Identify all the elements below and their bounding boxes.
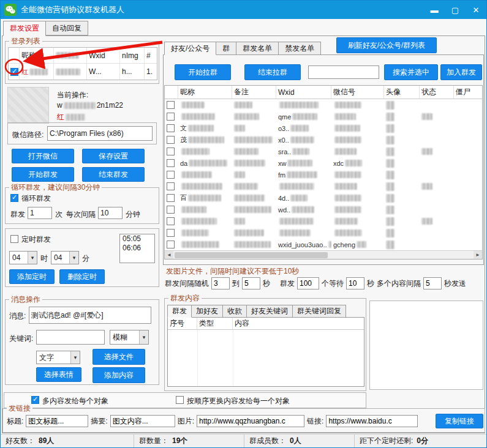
tab-content-add-friend[interactable]: 加好友 xyxy=(192,305,223,318)
add-timer-button[interactable]: 添加定时 xyxy=(9,269,55,284)
choose-emoji-button[interactable]: 选择表情 xyxy=(36,367,81,382)
scroll-right-icon[interactable]: ► xyxy=(474,251,482,259)
friend-row-checkbox[interactable] xyxy=(167,159,175,167)
timer-time-item[interactable]: 06:06 xyxy=(120,244,154,253)
friend-row[interactable]: 茂x0.. xyxy=(165,134,482,146)
avatar xyxy=(386,241,395,249)
tab-groups[interactable]: 群 xyxy=(216,42,236,55)
end-pull-group-button[interactable]: 结束拉群 xyxy=(244,64,301,80)
timer-send-checkbox-label: 定时群发 xyxy=(21,234,51,245)
friend-row-checkbox[interactable] xyxy=(167,217,175,225)
search-input[interactable] xyxy=(308,65,379,79)
loop-send-checkbox[interactable] xyxy=(10,194,18,202)
link-title-input[interactable] xyxy=(26,415,88,427)
timer-time-item[interactable]: 05:05 xyxy=(120,234,154,244)
chevron-down-icon: ▾ xyxy=(139,330,148,344)
match-mode-select[interactable]: 模糊▾ xyxy=(110,330,149,345)
tab-content-send[interactable]: 群发 xyxy=(167,305,192,318)
friend-row[interactable] xyxy=(165,99,482,111)
friend-row[interactable] xyxy=(165,181,482,192)
timer-times-list[interactable]: 05:05 06:06 xyxy=(119,234,155,263)
content-gap-input[interactable] xyxy=(423,277,442,289)
friend-row[interactable]: daxwxdc xyxy=(165,157,482,169)
tab-content-payment[interactable]: 收款 xyxy=(223,305,247,318)
friend-row[interactable]: 文o3.. xyxy=(165,122,482,134)
interval-min-input[interactable] xyxy=(211,277,230,289)
wechat-path-input[interactable] xyxy=(47,126,153,141)
blurred-text xyxy=(234,148,259,155)
blurred-text xyxy=(279,183,314,190)
delete-timer-button[interactable]: 删除定时 xyxy=(59,269,105,284)
login-table-row[interactable]: 红 W... h... 1. xyxy=(9,64,157,80)
blurred-text xyxy=(334,171,361,178)
tab-mass-send-settings[interactable]: 群发设置 xyxy=(3,21,46,36)
friend-row-checkbox[interactable] xyxy=(167,136,175,144)
start-pull-group-button[interactable]: 开始拉群 xyxy=(175,64,231,80)
multi-content-checkbox[interactable] xyxy=(31,396,39,404)
friend-row-checkbox[interactable] xyxy=(167,241,175,248)
col-avatar: 头像 xyxy=(384,86,420,99)
friend-row-checkbox[interactable] xyxy=(167,101,175,109)
friend-row[interactable]: 百4d.. xyxy=(165,192,482,204)
friend-row-checkbox[interactable] xyxy=(167,171,175,179)
scrollbar-thumb[interactable] xyxy=(175,252,328,258)
interval-max-input[interactable] xyxy=(242,277,260,289)
friend-row[interactable]: fm xyxy=(165,169,482,181)
link-image-input[interactable] xyxy=(197,415,304,427)
sequential-checkbox[interactable] xyxy=(176,396,184,404)
add-content-button[interactable]: 添加内容 xyxy=(92,367,145,383)
start-mass-send-button[interactable]: 开始群发 xyxy=(12,167,74,182)
choose-file-button[interactable]: 选择文件 xyxy=(92,349,145,365)
search-select-button[interactable]: 搜索并选中 xyxy=(384,64,438,80)
link-summary-input[interactable] xyxy=(110,415,175,427)
refresh-lists-button[interactable]: 刷新好友/公众号/群列表 xyxy=(336,37,437,53)
add-to-send-button[interactable]: 加入群发 xyxy=(440,64,482,80)
open-wechat-button[interactable]: 打开微信 xyxy=(12,149,74,163)
minimize-button[interactable]: ▬ xyxy=(424,1,445,19)
friend-row[interactable]: wxid_juou3uao..gcheng xyxy=(165,239,482,250)
batch-wait-input[interactable] xyxy=(346,277,364,289)
friend-row[interactable]: qme xyxy=(165,111,482,122)
friend-row-checkbox[interactable] xyxy=(167,124,175,132)
close-button[interactable]: ✕ xyxy=(466,1,486,19)
friend-row-checkbox[interactable] xyxy=(167,147,175,155)
friend-row[interactable] xyxy=(165,215,482,227)
friend-table-header: 昵称 备注 Wxid 微信号 头像 状态 僵尸 xyxy=(165,86,482,99)
save-settings-button[interactable]: 保存设置 xyxy=(82,149,145,163)
friend-row-checkbox[interactable] xyxy=(167,113,175,121)
friend-row[interactable]: sra.. xyxy=(165,146,482,157)
batch-size-input[interactable] xyxy=(297,277,319,289)
message-input[interactable] xyxy=(29,307,151,324)
friend-row-checkbox[interactable] xyxy=(167,194,175,202)
tab-content-friend-keyword[interactable]: 好友关键词 xyxy=(247,305,293,318)
keyword-input[interactable] xyxy=(36,330,105,345)
link-url-label: 链接: xyxy=(307,416,323,427)
timer-send-checkbox[interactable] xyxy=(10,235,18,243)
tab-forbidden-list[interactable]: 禁发名单 xyxy=(279,42,321,55)
friend-row-checkbox[interactable] xyxy=(167,206,175,214)
copy-link-button[interactable]: 复制链接 xyxy=(436,414,483,428)
end-mass-send-button[interactable]: 结束群发 xyxy=(82,167,145,182)
link-url-input[interactable] xyxy=(326,415,418,427)
timer-hour-select[interactable]: 04▾ xyxy=(9,251,37,264)
loop-count-input[interactable] xyxy=(28,207,52,219)
maximize-button[interactable]: ▢ xyxy=(445,1,466,19)
timer-minute-select[interactable]: 04▾ xyxy=(51,251,79,264)
tab-send-list[interactable]: 群发名单 xyxy=(236,42,279,55)
loop-interval-input[interactable] xyxy=(98,207,123,219)
tab-auto-reply[interactable]: 自动回复 xyxy=(46,21,88,35)
horizontal-scrollbar[interactable]: ◄ ► xyxy=(165,250,482,259)
content-type-select[interactable]: 文字▾ xyxy=(36,351,80,364)
friend-row[interactable]: wd.. xyxy=(165,204,482,215)
friend-row[interactable] xyxy=(165,227,482,239)
send-content-title: 群发内容 xyxy=(168,294,202,302)
friend-row-checkbox[interactable] xyxy=(167,229,175,237)
blurred-text xyxy=(292,206,314,213)
interval-label2: 群发 xyxy=(280,278,295,289)
login-row-checkbox[interactable] xyxy=(10,68,18,76)
friend-row-checkbox[interactable] xyxy=(167,182,175,190)
window-title: 全能微信营销协议群发机器人 xyxy=(21,4,124,15)
tab-friends-official[interactable]: 好友/公众号 xyxy=(164,42,216,55)
tab-content-group-keyword[interactable]: 群关键词回复 xyxy=(293,305,346,318)
scroll-left-icon[interactable]: ◄ xyxy=(165,251,173,259)
